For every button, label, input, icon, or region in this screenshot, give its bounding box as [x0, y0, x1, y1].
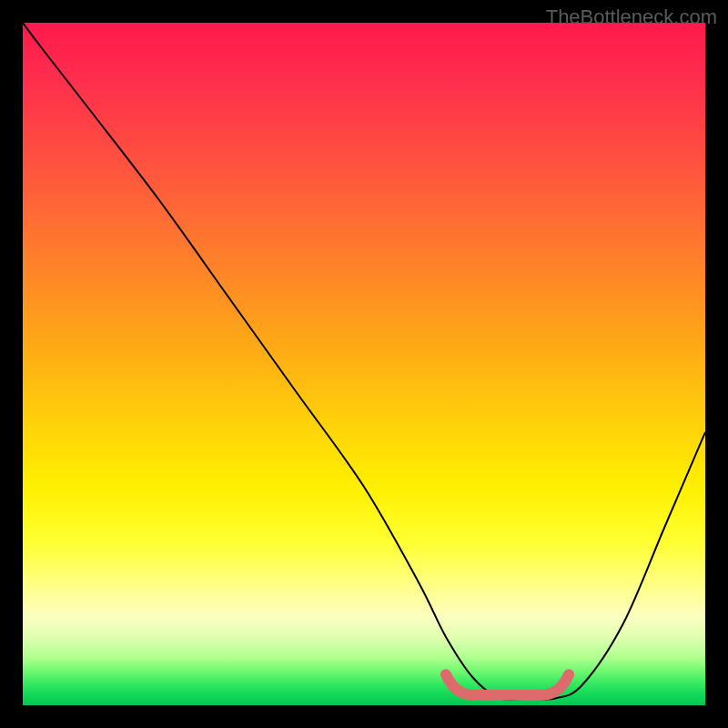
chart-svg [23, 23, 705, 705]
watermark-text: TheBottleneck.com [546, 5, 717, 29]
optimal-zone-marker [446, 674, 569, 695]
chart-frame [23, 23, 705, 705]
bottleneck-curve [23, 23, 705, 700]
